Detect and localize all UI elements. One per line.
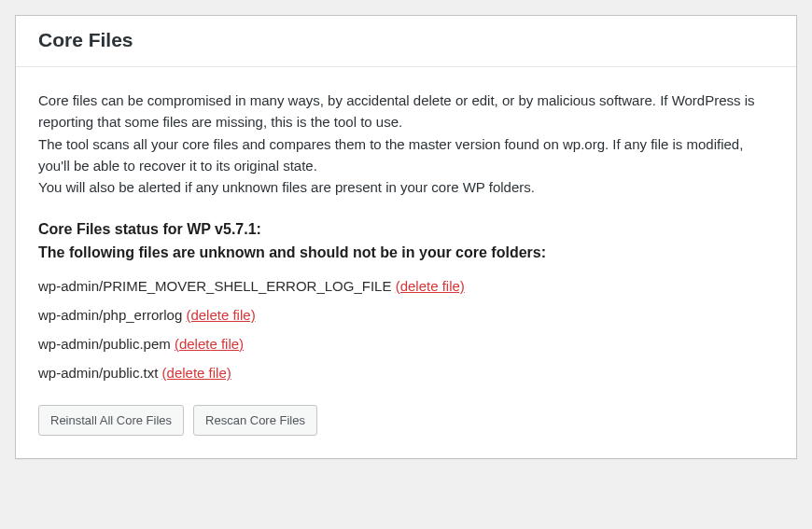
file-path: wp-admin/public.txt	[38, 365, 158, 381]
status-heading-line-2: The following files are unknown and shou…	[38, 244, 546, 260]
list-item: wp-admin/php_errorlog (delete file)	[38, 307, 774, 323]
file-path: wp-admin/public.pem	[38, 336, 171, 352]
status-heading-line-1: Core Files status for WP v5.7.1:	[38, 221, 261, 237]
button-row: Reinstall All Core Files Rescan Core Fil…	[38, 405, 774, 437]
delete-file-link[interactable]: (delete file)	[186, 307, 255, 323]
status-heading: Core Files status for WP v5.7.1: The fol…	[38, 218, 774, 265]
file-path: wp-admin/php_errorlog	[38, 307, 182, 323]
description-line-1: Core files can be compromised in many wa…	[38, 92, 755, 130]
unknown-files-list: wp-admin/PRIME_MOVER_SHELL_ERROR_LOG_FIL…	[38, 278, 774, 381]
delete-file-link[interactable]: (delete file)	[162, 365, 231, 381]
panel-description: Core files can be compromised in many wa…	[38, 90, 774, 198]
panel-title: Core Files	[38, 29, 774, 51]
description-line-2: The tool scans all your core files and c…	[38, 136, 743, 174]
rescan-core-files-button[interactable]: Rescan Core Files	[193, 405, 317, 437]
panel-header: Core Files	[16, 16, 796, 67]
delete-file-link[interactable]: (delete file)	[175, 336, 244, 352]
description-line-3: You will also be alerted if any unknown …	[38, 179, 535, 195]
delete-file-link[interactable]: (delete file)	[396, 278, 465, 294]
reinstall-all-core-files-button[interactable]: Reinstall All Core Files	[38, 405, 184, 437]
panel-body: Core files can be compromised in many wa…	[16, 67, 796, 458]
file-path: wp-admin/PRIME_MOVER_SHELL_ERROR_LOG_FIL…	[38, 278, 391, 294]
core-files-panel: Core Files Core files can be compromised…	[15, 15, 797, 459]
list-item: wp-admin/public.txt (delete file)	[38, 365, 774, 381]
list-item: wp-admin/PRIME_MOVER_SHELL_ERROR_LOG_FIL…	[38, 278, 774, 294]
list-item: wp-admin/public.pem (delete file)	[38, 336, 774, 352]
